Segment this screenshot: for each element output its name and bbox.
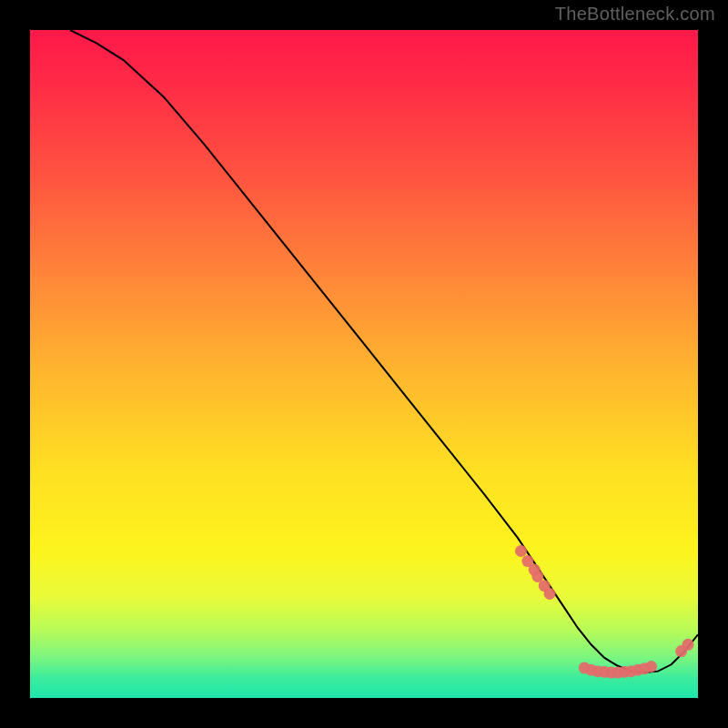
curve-path	[70, 30, 698, 672]
chart-overlay	[30, 30, 698, 698]
scatter-point	[682, 639, 693, 651]
scatter-point	[544, 588, 556, 600]
chart-stage: TheBottleneck.com	[0, 0, 728, 728]
watermark-label: TheBottleneck.com	[555, 4, 715, 25]
scatter-point	[645, 661, 657, 672]
plot-area	[30, 30, 698, 698]
curve-line	[70, 30, 698, 672]
scatter-point	[515, 545, 527, 557]
